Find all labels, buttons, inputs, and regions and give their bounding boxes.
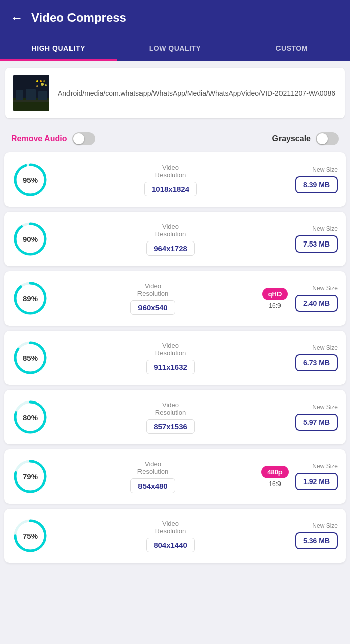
remove-audio-group: Remove Audio [11,132,95,145]
compress-card-90[interactable]: 90% VideoResolution 964x1728 New Size 7.… [4,212,346,266]
video-info-75: VideoResolution 804x1440 [48,520,293,552]
compress-list: 95% VideoResolution 1018x1824 New Size 8… [0,152,350,568]
video-info-80: VideoResolution 857x1536 [48,401,293,434]
svg-rect-8 [13,100,49,102]
compress-card-80[interactable]: 80% VideoResolution 857x1536 New Size 5.… [4,390,346,444]
new-size-label-80: New Size [312,404,338,411]
video-info-79: VideoResolution 854x480 [48,460,257,493]
resolution-label-75: VideoResolution [53,520,288,535]
percent-label-79: 79% [23,472,38,481]
new-size-group-89: New Size 2.40 MB [293,285,338,312]
file-path-line1: Android/media/com.whatsapp/WhatsApp/Medi… [58,89,241,97]
resolution-label-90: VideoResolution [53,223,288,238]
percent-label-75: 75% [23,532,38,540]
circle-progress-85: 85% [12,340,48,376]
resolution-value-75: 804x1440 [146,538,195,552]
svg-point-7 [45,84,47,86]
video-info-85: VideoResolution 911x1632 [48,342,293,374]
badge-89: qHD [262,288,288,300]
resolution-value-95: 1018x1824 [144,182,197,196]
new-size-group-85: New Size 6.73 MB [293,344,338,371]
resolution-value-89: 960x540 [130,300,175,315]
grayscale-toggle[interactable] [316,132,339,145]
size-value-80: 5.97 MB [295,414,338,431]
percent-label-85: 85% [23,354,38,362]
new-size-label-95: New Size [312,166,338,173]
file-card: Android/media/com.whatsapp/WhatsApp/Medi… [5,68,345,118]
video-info-89: VideoResolution 960x540 [48,282,257,315]
file-path-line2: Video/VID-20211207-WA0086 [241,89,335,97]
size-value-79: 1.92 MB [295,473,338,490]
compress-card-95[interactable]: 95% VideoResolution 1018x1824 New Size 8… [4,152,346,207]
badge-ratio-89: 16:9 [269,302,281,309]
circle-progress-79: 79% [12,458,48,495]
resolution-label-80: VideoResolution [53,401,288,416]
badge-79: 480p [261,466,289,478]
new-size-group-75: New Size 5.36 MB [293,522,338,549]
resolution-value-80: 857x1536 [146,419,195,434]
new-size-label-85: New Size [312,344,338,351]
new-size-label-79: New Size [312,463,338,470]
new-size-group-95: New Size 8.39 MB [293,166,338,193]
resolution-value-90: 964x1728 [146,241,195,256]
grayscale-group: Grayscale [272,132,339,145]
circle-progress-75: 75% [12,518,48,554]
resolution-label-79: VideoResolution [53,460,252,475]
percent-label-89: 89% [23,294,38,303]
circle-progress-89: 89% [12,280,48,316]
compress-card-75[interactable]: 75% VideoResolution 804x1440 New Size 5.… [4,509,346,563]
tab-custom[interactable]: CUSTOM [233,35,350,59]
video-info-95: VideoResolution 1018x1824 [48,164,293,196]
tab-low-quality[interactable]: LOW QUALITY [117,35,234,59]
resolution-label-89: VideoResolution [53,282,252,297]
size-value-75: 5.36 MB [295,532,338,549]
svg-point-5 [41,83,44,86]
size-value-89: 2.40 MB [295,295,338,312]
resolution-label-95: VideoResolution [53,164,288,179]
resolution-value-85: 911x1632 [146,360,195,374]
header: ← Video Compress [0,0,350,35]
badge-container-89: qHD 16:9 [257,288,293,309]
new-size-label-75: New Size [312,522,338,529]
circle-progress-90: 90% [12,221,48,257]
size-value-90: 7.53 MB [295,235,338,253]
page-title: Video Compress [31,11,126,25]
resolution-label-85: VideoResolution [53,342,288,357]
video-thumbnail [13,75,49,111]
badge-container-79: 480p 16:9 [257,466,293,488]
new-size-label-89: New Size [312,285,338,292]
new-size-group-79: New Size 1.92 MB [293,463,338,490]
percent-label-95: 95% [23,176,38,184]
tab-high-quality[interactable]: HIGH QUALITY [0,35,117,59]
grayscale-label: Grayscale [272,134,311,143]
remove-audio-toggle[interactable] [72,132,95,145]
svg-rect-2 [16,90,23,100]
badge-ratio-79: 16:9 [269,480,281,488]
compress-card-79[interactable]: 79% VideoResolution 854x480 480p 16:9 Ne… [4,449,346,504]
file-path: Android/media/com.whatsapp/WhatsApp/Medi… [56,88,337,99]
svg-point-6 [36,85,38,87]
compress-card-85[interactable]: 85% VideoResolution 911x1632 New Size 6.… [4,331,346,385]
compress-card-89[interactable]: 89% VideoResolution 960x540 qHD 16:9 New… [4,271,346,326]
video-info-90: VideoResolution 964x1728 [48,223,293,256]
size-value-85: 6.73 MB [295,354,338,371]
svg-rect-3 [26,89,36,100]
resolution-value-79: 854x480 [130,478,175,493]
new-size-group-90: New Size 7.53 MB [293,225,338,253]
svg-rect-4 [38,91,47,100]
circle-progress-80: 80% [12,399,48,435]
toggle-row: Remove Audio Grayscale [0,125,350,152]
remove-audio-label: Remove Audio [11,134,67,143]
percent-label-90: 90% [23,235,38,244]
new-size-group-80: New Size 5.97 MB [293,404,338,431]
new-size-label-90: New Size [312,225,338,232]
size-value-95: 8.39 MB [295,176,338,193]
circle-progress-95: 95% [12,162,48,198]
tab-bar: HIGH QUALITY LOW QUALITY CUSTOM [0,35,350,61]
back-button[interactable]: ← [10,10,23,26]
percent-label-80: 80% [23,413,38,422]
